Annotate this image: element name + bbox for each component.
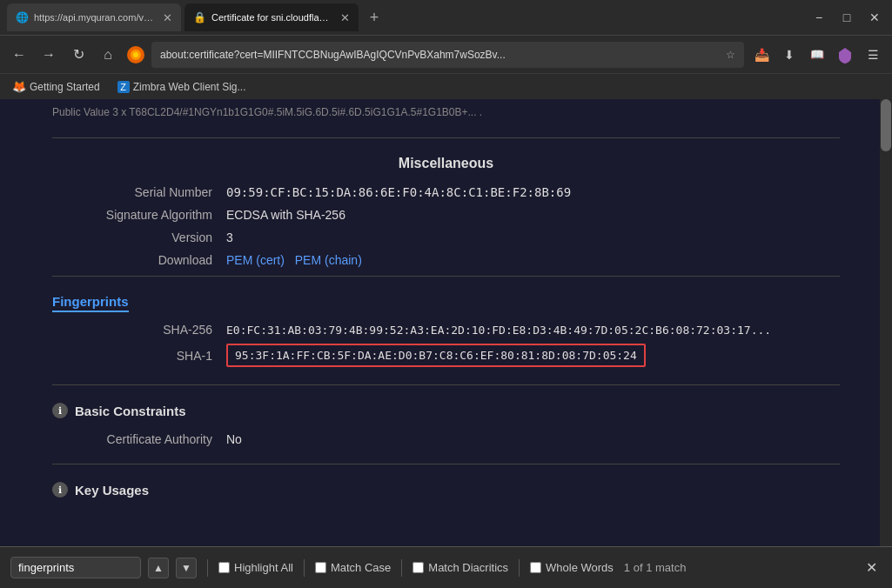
sig-algorithm-label: Signature Algorithm: [52, 208, 226, 222]
tab1-close-icon[interactable]: ✕: [163, 11, 172, 24]
download-row: Download PEM (cert) PEM (chain): [52, 253, 840, 267]
highlight-all-option[interactable]: Highlight All: [218, 561, 293, 574]
version-label: Version: [52, 231, 226, 244]
sha1-value: 95:3F:1A:FF:CB:5F:DA:AE:D0:B7:C8:C6:EF:8…: [226, 344, 646, 367]
pocket-button[interactable]: 📥: [749, 43, 774, 67]
serial-number-value: 09:59:CF:BC:15:DA:86:6E:F0:4A:8C:C1:BE:F…: [226, 185, 571, 199]
basic-constraints-info-icon: ℹ: [52, 403, 68, 418]
address-text: about:certificate?cert=MIIFNTCCBNugAwIBA…: [160, 49, 721, 61]
fingerprints-header-area: Fingerprints: [52, 294, 840, 309]
key-usages-header: ℹ Key Usages: [52, 482, 840, 498]
serial-number-row: Serial Number 09:59:CF:BC:15:DA:86:6E:F0…: [52, 185, 840, 199]
match-case-label: Match Case: [331, 561, 391, 574]
star-icon[interactable]: ☆: [726, 49, 735, 61]
divider-key-usages: [52, 464, 840, 464]
content-area: Public Value 3 x T68CL2D4/#1NGYn1b1G1G0#…: [0, 99, 892, 546]
match-diacritics-checkbox[interactable]: [412, 562, 424, 573]
tab1-favicon: 🌐: [16, 11, 29, 23]
scrollbar[interactable]: [880, 99, 892, 546]
reader-button[interactable]: 📖: [805, 43, 829, 67]
sha1-label: SHA-1: [52, 349, 226, 363]
bookmarks-bar: 🦊 Getting Started Z Zimbra Web Client Si…: [0, 73, 892, 99]
address-bar[interactable]: about:certificate?cert=MIIFNTCCBNugAwIBA…: [151, 42, 744, 68]
tab-certificate[interactable]: 🔒 Certificate for sni.cloudflaressl.com …: [184, 3, 359, 31]
find-match-count: 1 of 1 match: [624, 561, 687, 574]
highlight-all-label: Highlight All: [234, 561, 293, 574]
sha1-row: SHA-1 95:3F:1A:FF:CB:5F:DA:AE:D0:B7:C8:C…: [52, 344, 840, 367]
tab2-label: Certificate for sni.cloudflaressl.com: [211, 12, 332, 23]
nav-icons: 📥 ⬇ 📖 ☰: [749, 43, 885, 67]
match-case-option[interactable]: Match Case: [315, 561, 391, 574]
misc-section-title: Miscellaneous: [52, 156, 840, 171]
pem-chain-link[interactable]: PEM (chain): [295, 253, 362, 267]
minimize-button[interactable]: −: [808, 7, 829, 28]
firefox-logo: [125, 44, 146, 65]
bookmark2-favicon: Z: [117, 81, 130, 93]
divider-misc: [52, 137, 840, 138]
bookmark1-favicon: 🦊: [12, 80, 26, 93]
download-button[interactable]: ⬇: [777, 43, 801, 67]
sha256-label: SHA-256: [52, 323, 226, 337]
bookmark-getting-started[interactable]: 🦊 Getting Started: [7, 78, 105, 95]
tab2-close-icon[interactable]: ✕: [340, 11, 350, 24]
window-controls: − □ ✕: [808, 7, 885, 28]
sig-algorithm-value: ECDSA with SHA-256: [226, 208, 345, 222]
bookmark1-label: Getting Started: [30, 81, 100, 93]
sha256-row: SHA-256 E0:FC:31:AB:03:79:4B:99:52:A3:EA…: [52, 323, 840, 337]
cert-authority-row: Certificate Authority No: [52, 432, 840, 446]
download-label: Download: [52, 253, 226, 267]
find-down-button[interactable]: ▼: [176, 558, 197, 578]
download-value[interactable]: PEM (cert) PEM (chain): [226, 253, 362, 267]
top-fade-text: Public Value 3 x T68CL2D4/#1NGYn1b1G1G0#…: [52, 99, 840, 130]
version-value: 3: [226, 231, 233, 244]
whole-words-checkbox[interactable]: [530, 562, 541, 573]
highlight-all-checkbox[interactable]: [218, 562, 230, 573]
key-usages-info-icon: ℹ: [52, 482, 68, 498]
tab2-favicon: 🔒: [193, 11, 206, 23]
whole-words-label: Whole Words: [546, 561, 614, 574]
title-bar: 🌐 https://api.myquran.com/v1/shola... ✕ …: [0, 0, 892, 35]
back-button[interactable]: ←: [7, 43, 31, 67]
find-separator-3: [401, 559, 402, 577]
cert-authority-value: No: [226, 432, 242, 446]
bookmark-zimbra[interactable]: Z Zimbra Web Client Sig...: [112, 79, 252, 95]
nav-bar: ← → ↻ ⌂ about:certificate?cert=MIIFNTCCB…: [0, 35, 892, 73]
tab1-label: https://api.myquran.com/v1/shola...: [34, 12, 154, 23]
match-case-checkbox[interactable]: [315, 562, 326, 573]
scrollbar-thumb[interactable]: [881, 99, 891, 151]
svg-point-2: [133, 52, 138, 57]
match-diacritics-option[interactable]: Match Diacritics: [412, 561, 508, 574]
find-close-button[interactable]: ✕: [861, 558, 882, 578]
serial-number-label: Serial Number: [52, 185, 226, 199]
match-diacritics-label: Match Diacritics: [428, 561, 508, 574]
new-tab-button[interactable]: +: [362, 5, 386, 30]
maximize-button[interactable]: □: [836, 7, 857, 28]
find-bar: ▲ ▼ Highlight All Match Case Match Diacr…: [0, 546, 892, 588]
vpn-button[interactable]: [833, 43, 857, 67]
cert-page: Public Value 3 x T68CL2D4/#1NGYn1b1G1G0#…: [0, 99, 892, 546]
find-input[interactable]: [10, 557, 141, 578]
sha256-value: E0:FC:31:AB:03:79:4B:99:52:A3:EA:2D:10:F…: [226, 324, 771, 337]
find-up-button[interactable]: ▲: [148, 558, 169, 578]
divider-basic-constraints: [52, 384, 840, 385]
basic-constraints-header: ℹ Basic Constraints: [52, 403, 840, 418]
key-usages-title: Key Usages: [75, 483, 149, 498]
find-separator-2: [304, 559, 305, 577]
pem-cert-link[interactable]: PEM (cert): [226, 253, 285, 267]
close-button[interactable]: ✕: [864, 7, 885, 28]
version-row: Version 3: [52, 231, 840, 244]
basic-constraints-title: Basic Constraints: [75, 404, 186, 418]
whole-words-option[interactable]: Whole Words: [530, 561, 614, 574]
bookmark2-label: Zimbra Web Client Sig...: [133, 81, 246, 93]
home-button[interactable]: ⌂: [96, 43, 120, 67]
sig-algorithm-row: Signature Algorithm ECDSA with SHA-256: [52, 208, 840, 222]
forward-button[interactable]: →: [37, 43, 61, 67]
find-separator-1: [207, 559, 208, 577]
cert-authority-label: Certificate Authority: [52, 432, 226, 446]
find-separator-4: [519, 559, 520, 577]
fingerprints-title-wrapper: Fingerprints: [52, 294, 129, 309]
menu-button[interactable]: ☰: [861, 43, 885, 67]
reload-button[interactable]: ↻: [66, 43, 91, 67]
divider-fingerprints: [52, 276, 840, 277]
tab-myquran[interactable]: 🌐 https://api.myquran.com/v1/shola... ✕: [7, 3, 181, 31]
